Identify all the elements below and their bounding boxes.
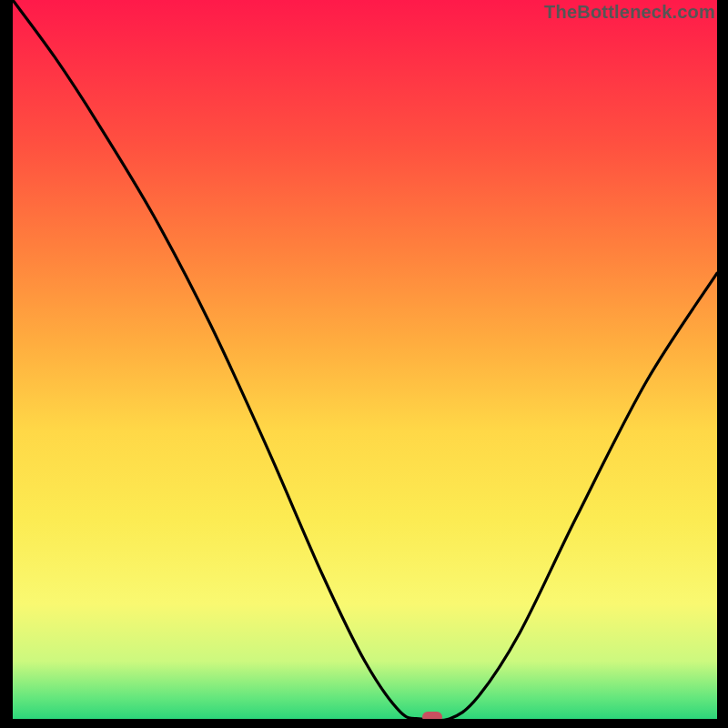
optimal-point-marker	[422, 712, 442, 723]
watermark-text: TheBottleneck.com	[544, 2, 715, 23]
bottleneck-curve	[13, 0, 717, 719]
